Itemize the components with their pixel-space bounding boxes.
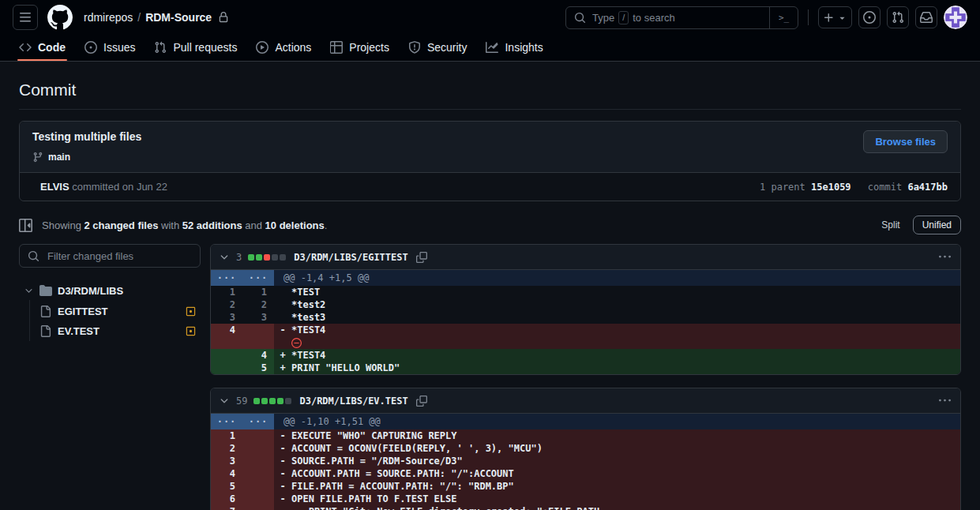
diff-sign: - [274,467,291,480]
diff-sign [274,311,291,324]
hunk-header-row: ······@@ -1,10 +1,51 @@ [211,414,960,429]
old-line-number[interactable]: 2 [211,442,242,455]
new-line-number[interactable] [242,455,274,467]
new-line-number[interactable] [242,493,274,505]
unified-toggle[interactable]: Unified [913,216,961,234]
tree-file-ev.test[interactable]: EV.TEST [30,321,201,341]
tab-label: Security [427,41,467,54]
hunk-header-text: @@ -1,10 +1,51 @@ [274,414,960,429]
shield-icon [408,41,421,54]
diffstat-square-add [269,398,276,404]
parent-sha-link[interactable]: 15e1059 [811,182,851,193]
lock-icon [218,12,229,23]
copy-path-button[interactable] [415,250,429,264]
split-toggle[interactable]: Split [877,216,904,234]
new-line-number[interactable]: 2 [242,298,274,311]
search-input[interactable]: Type / to search >_ [565,6,798,29]
old-line-number[interactable] [211,362,242,374]
repo-name-link[interactable]: RDM-Source [145,11,212,24]
old-line-number[interactable]: 3 [211,455,242,467]
diff-options-kebab[interactable] [937,249,952,264]
folder-icon [39,284,52,297]
header-divider [808,9,809,25]
old-line-number[interactable]: 2 [211,298,242,311]
diff-line-text: FILE.PATH = ACCOUNT.PATH: "/": "RDM.BP" [291,480,960,493]
new-line-number[interactable] [242,467,274,480]
new-line-number[interactable]: 5 [242,362,274,374]
branch-name[interactable]: main [48,152,70,163]
diff-line: 4-*TEST4 [211,324,960,336]
diffstat-square-add [253,398,260,404]
code-icon [19,41,32,54]
chevron-down-icon[interactable] [219,396,230,407]
hunk-header-row: ······@@ -1,4 +1,5 @@ [211,270,960,286]
hunk-gutter-old[interactable]: ··· [211,270,242,286]
new-line-number[interactable] [242,480,274,493]
diff-line-text: EXECUTE "WHO" CAPTURING REPLY [291,429,960,442]
old-line-number[interactable]: 7 [211,505,242,510]
title-divider [19,109,961,110]
diff-line: 22*test2 [211,298,960,311]
tab-issues[interactable]: Issues [78,36,141,61]
inbox-button[interactable] [915,6,937,28]
issues-header-button[interactable] [858,6,880,28]
diff-line-text: ACCOUNT.PATH = SOURCE.PATH: "/":ACCOUNT [291,467,960,480]
old-line-number[interactable]: 3 [211,311,242,324]
new-line-number[interactable]: 1 [242,286,274,298]
old-line-number[interactable]: 4 [211,324,242,336]
old-line-number[interactable] [211,336,242,349]
hunk-gutter-new[interactable]: ··· [242,270,274,286]
chevron-down-icon[interactable] [219,252,230,263]
tree-folder[interactable]: D3/RDM/LIBS [19,281,201,300]
tab-projects[interactable]: Projects [324,36,396,61]
new-line-number[interactable]: 4 [242,349,274,362]
diff-line-text: *TEST [291,286,960,298]
diff-line: 6-OPEN FILE.PATH TO F.TEST ELSE [211,493,960,505]
github-logo-icon[interactable] [47,5,73,30]
command-palette-button[interactable]: >_ [769,7,798,28]
diff-line-text: *test3 [291,311,960,324]
hunk-gutter-new[interactable]: ··· [242,414,274,429]
old-line-number[interactable]: 5 [211,480,242,493]
new-line-number[interactable]: 3 [242,311,274,324]
new-line-number[interactable] [242,336,274,349]
diff-line-text: OPEN FILE.PATH TO F.TEST ELSE [291,493,960,505]
tab-actions[interactable]: Actions [250,36,317,61]
file-filter-input[interactable] [46,249,192,263]
old-line-number[interactable] [211,349,242,362]
browse-files-button[interactable]: Browse files [863,130,948,153]
new-line-number[interactable] [242,505,274,510]
old-line-number[interactable]: 4 [211,467,242,480]
tab-insights[interactable]: Insights [479,36,549,61]
hamburger-button[interactable] [13,5,38,30]
commit-box: Testing multiple files main Browse files… [19,121,961,201]
pull-requests-header-button[interactable] [887,6,909,28]
tree-file-label: EV.TEST [58,325,100,337]
commit-shas: 1 parent 15e1059 commit 6a417bb [760,182,948,193]
tab-security[interactable]: Security [402,36,474,61]
old-line-number[interactable]: 1 [211,286,242,298]
new-line-number[interactable] [242,429,274,442]
old-line-number[interactable]: 6 [211,493,242,505]
copy-path-button[interactable] [415,394,429,408]
diff-line-text: PRINT "Git: New FILE directory created: … [291,505,960,510]
slash-keycap: / [618,11,629,24]
create-new-button[interactable] [818,6,852,28]
tree-file-egittest[interactable]: EGITTEST [30,302,201,321]
diffstat-square-neutral [280,254,286,261]
old-line-number[interactable]: 1 [211,429,242,442]
issue-icon [84,41,97,54]
repo-owner-link[interactable]: rdmirepos [84,11,133,24]
hunk-gutter-old[interactable]: ··· [211,414,242,429]
commit-author[interactable]: ELVIS [40,181,69,193]
diff-options-kebab[interactable] [937,393,952,408]
avatar[interactable] [944,6,967,29]
branch-icon [32,152,43,163]
tree-file-label: EGITTEST [58,306,108,317]
collapse-file-tree-button[interactable] [19,219,32,232]
tab-pull-requests[interactable]: Pull requests [148,36,243,61]
tab-code[interactable]: Code [13,36,72,61]
new-line-number[interactable] [242,442,274,455]
diff-sign: + [274,349,291,362]
new-line-number[interactable] [242,324,274,336]
